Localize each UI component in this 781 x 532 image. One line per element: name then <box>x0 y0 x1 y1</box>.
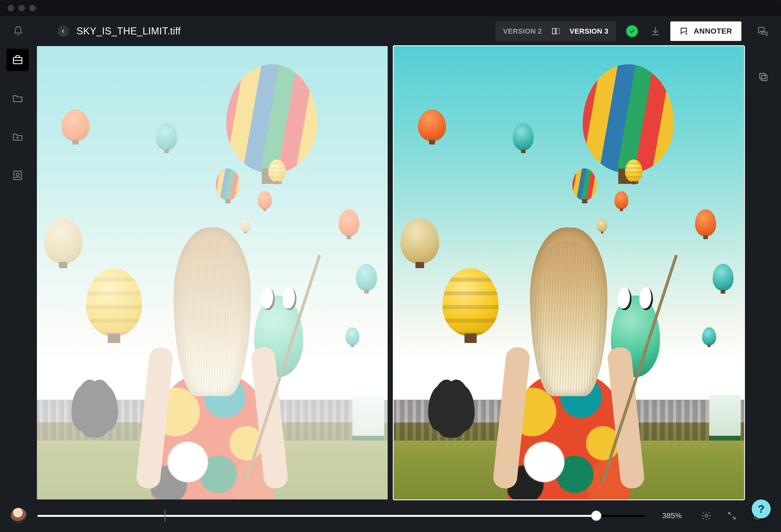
svg-point-7 <box>705 515 708 517</box>
download-button[interactable] <box>648 24 663 39</box>
download-icon <box>650 26 661 37</box>
slider-tick <box>165 510 165 522</box>
window-min-dot[interactable] <box>18 5 25 11</box>
expand-icon <box>727 511 737 521</box>
zoom-value: 385% <box>656 512 688 520</box>
tool-toolbox[interactable] <box>6 49 29 71</box>
svg-rect-3 <box>14 171 22 180</box>
status-approved-badge[interactable] <box>626 26 638 37</box>
copy-icon <box>758 72 769 82</box>
back-button[interactable] <box>57 26 69 37</box>
version-switcher[interactable]: VERSION 2 VERSION 3 <box>496 21 616 41</box>
version-left-label[interactable]: VERSION 2 <box>503 27 542 36</box>
annotate-icon <box>680 27 689 36</box>
footer: 385% <box>0 499 781 532</box>
app-window: SKY_IS_THE_LIMIT.tiff VERSION 2 VERSION … <box>0 0 781 532</box>
user-avatar[interactable] <box>11 508 27 524</box>
slider-fill <box>37 515 596 517</box>
check-icon <box>629 28 635 35</box>
bell-icon <box>13 26 24 37</box>
chat-icon <box>757 26 769 37</box>
svg-point-4 <box>16 173 19 176</box>
image-right <box>394 46 744 499</box>
sidebar-left <box>0 46 35 499</box>
compare-icon[interactable] <box>551 27 561 36</box>
pane-version-left[interactable] <box>37 46 388 499</box>
svg-rect-0 <box>552 29 555 34</box>
folder-icon <box>12 93 23 104</box>
fullscreen-button[interactable] <box>725 508 739 523</box>
tool-contact[interactable] <box>6 164 29 186</box>
annotate-button[interactable]: ANNOTER <box>670 21 741 41</box>
tool-folder[interactable] <box>6 87 29 109</box>
slider-knob[interactable] <box>591 511 601 521</box>
gear-icon <box>701 511 711 521</box>
window-close-dot[interactable] <box>8 5 14 11</box>
compare-canvas[interactable] <box>35 46 746 499</box>
version-right-label[interactable]: VERSION 3 <box>570 27 609 36</box>
archive-icon <box>12 131 23 143</box>
svg-rect-5 <box>762 75 767 81</box>
settings-button[interactable] <box>699 508 714 523</box>
window-titlebar <box>0 0 781 16</box>
help-button[interactable]: ? <box>752 499 771 519</box>
pane-version-right[interactable] <box>394 46 744 499</box>
body <box>0 46 781 499</box>
header: SKY_IS_THE_LIMIT.tiff VERSION 2 VERSION … <box>0 16 781 46</box>
file-name: SKY_IS_THE_LIMIT.tiff <box>77 26 181 37</box>
chevron-left-icon <box>60 29 66 34</box>
briefcase-icon <box>12 54 23 65</box>
help-label: ? <box>758 503 765 515</box>
duplicate-button[interactable] <box>755 69 772 85</box>
notifications-button[interactable] <box>11 24 26 39</box>
window-max-dot[interactable] <box>29 5 36 11</box>
svg-rect-6 <box>760 74 765 79</box>
annotate-label: ANNOTER <box>694 27 732 36</box>
sidebar-right <box>746 46 781 499</box>
image-left <box>37 46 388 499</box>
contact-icon <box>12 170 23 181</box>
tool-archive[interactable] <box>6 126 29 148</box>
conversations-button[interactable] <box>755 24 770 39</box>
timeline-slider[interactable] <box>37 508 645 524</box>
svg-rect-1 <box>556 29 559 34</box>
